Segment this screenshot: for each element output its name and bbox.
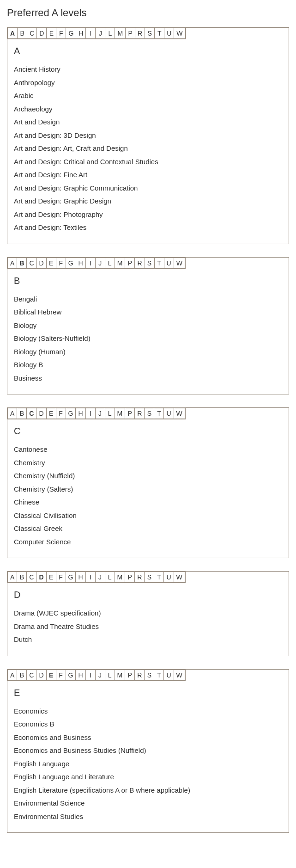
- letter-tab[interactable]: P: [125, 571, 135, 583]
- letter-tab[interactable]: W: [174, 571, 186, 583]
- letter-tab[interactable]: S: [145, 407, 155, 419]
- letter-tab[interactable]: D: [36, 407, 47, 419]
- letter-tab[interactable]: R: [135, 407, 145, 419]
- letter-tab[interactable]: F: [56, 571, 66, 583]
- letter-panel: DDrama (WJEC specification)Drama and The…: [7, 583, 289, 656]
- letter-tab[interactable]: U: [164, 571, 174, 583]
- letter-tab[interactable]: F: [56, 407, 66, 419]
- letter-tab[interactable]: C: [27, 27, 37, 39]
- letter-tab[interactable]: E: [47, 571, 57, 583]
- letter-tab[interactable]: B: [17, 669, 27, 681]
- letter-tab[interactable]: A: [7, 257, 18, 269]
- letter-tab[interactable]: M: [115, 571, 126, 583]
- subject-item: Biology: [14, 319, 282, 332]
- letter-tab[interactable]: U: [164, 27, 175, 39]
- letter-tab[interactable]: D: [37, 257, 47, 269]
- letter-tab[interactable]: L: [105, 407, 115, 419]
- letter-tab[interactable]: E: [47, 27, 57, 39]
- letter-tab[interactable]: D: [37, 27, 47, 39]
- letter-tab[interactable]: J: [96, 257, 106, 269]
- letter-tab[interactable]: I: [86, 669, 96, 681]
- subject-list: EconomicsEconomics BEconomics and Busine…: [14, 705, 282, 824]
- letter-tab[interactable]: S: [145, 27, 155, 39]
- letter-tab[interactable]: M: [115, 669, 126, 681]
- subject-item: Economics and Business Studies (Nuffield…: [14, 744, 282, 757]
- letter-tab[interactable]: G: [66, 257, 77, 269]
- letter-tab[interactable]: I: [86, 407, 96, 419]
- letter-tab[interactable]: J: [96, 669, 106, 681]
- letter-tab[interactable]: W: [174, 407, 186, 419]
- letter-tab[interactable]: H: [76, 407, 86, 419]
- letter-tab[interactable]: A: [7, 571, 18, 583]
- letter-tab[interactable]: B: [17, 407, 27, 419]
- letter-tab[interactable]: L: [105, 669, 115, 681]
- letter-tab[interactable]: P: [125, 669, 135, 681]
- letter-tab[interactable]: T: [154, 407, 164, 419]
- subject-item: Biology (Salters-Nuffield): [14, 332, 282, 345]
- subject-item: Chemistry (Nuffield): [14, 469, 282, 483]
- letter-tab[interactable]: C: [27, 257, 37, 269]
- letter-tab[interactable]: G: [66, 27, 77, 39]
- letter-tab[interactable]: S: [145, 669, 155, 681]
- letter-tab[interactable]: H: [76, 669, 86, 681]
- letter-tab[interactable]: C: [27, 669, 37, 681]
- letter-tab[interactable]: I: [86, 27, 96, 39]
- letter-tab[interactable]: I: [86, 571, 96, 583]
- letter-tab[interactable]: D: [36, 669, 47, 681]
- letter-tab[interactable]: B: [17, 571, 27, 583]
- letter-tab[interactable]: F: [56, 669, 66, 681]
- letter-tab[interactable]: H: [76, 257, 86, 269]
- letter-tab[interactable]: L: [105, 571, 115, 583]
- letter-tab[interactable]: P: [126, 27, 136, 39]
- letter-tab[interactable]: F: [56, 257, 66, 269]
- letter-tab[interactable]: E: [47, 407, 57, 419]
- letter-tab[interactable]: T: [154, 571, 164, 583]
- letter-tab[interactable]: A: [7, 407, 18, 419]
- letter-tab[interactable]: W: [174, 27, 186, 39]
- letter-tab[interactable]: P: [125, 257, 135, 269]
- letter-tab[interactable]: L: [105, 257, 115, 269]
- letter-tab[interactable]: E: [47, 257, 57, 269]
- letter-tab[interactable]: A: [7, 27, 18, 39]
- letter-tab[interactable]: H: [76, 571, 86, 583]
- letter-tab[interactable]: J: [96, 571, 106, 583]
- letter-tab[interactable]: J: [96, 407, 106, 419]
- letter-tab[interactable]: B: [18, 27, 28, 39]
- letter-tab[interactable]: R: [135, 571, 145, 583]
- letter-tab[interactable]: C: [27, 407, 37, 419]
- letter-tab[interactable]: U: [164, 407, 174, 419]
- letter-tab[interactable]: T: [154, 669, 164, 681]
- letter-tab[interactable]: R: [135, 27, 145, 39]
- letter-tab[interactable]: G: [66, 407, 77, 419]
- letter-tab[interactable]: M: [115, 257, 126, 269]
- letter-tab[interactable]: M: [115, 407, 126, 419]
- letter-tab[interactable]: P: [125, 407, 135, 419]
- letter-tab[interactable]: T: [155, 27, 165, 39]
- letter-tab[interactable]: B: [17, 257, 27, 269]
- letter-tab[interactable]: J: [96, 27, 106, 39]
- letter-tab[interactable]: A: [7, 669, 18, 681]
- letter-panel: AAncient HistoryAnthropologyArabicArchae…: [7, 39, 289, 244]
- letter-tab[interactable]: E: [47, 669, 57, 681]
- letter-tab[interactable]: D: [36, 571, 47, 583]
- letter-tab[interactable]: C: [27, 571, 37, 583]
- letter-tab[interactable]: G: [66, 669, 77, 681]
- letter-tab[interactable]: R: [135, 257, 145, 269]
- letter-tab[interactable]: T: [155, 257, 165, 269]
- letter-tab[interactable]: U: [164, 257, 175, 269]
- letter-tab[interactable]: W: [174, 669, 186, 681]
- letter-tab[interactable]: L: [105, 27, 115, 39]
- letter-tab[interactable]: S: [145, 257, 155, 269]
- letter-tab[interactable]: U: [164, 669, 174, 681]
- letter-tab[interactable]: W: [174, 257, 186, 269]
- letter-tab[interactable]: H: [76, 27, 86, 39]
- letter-tab[interactable]: G: [66, 571, 77, 583]
- subject-item: Drama and Theatre Studies: [14, 620, 282, 634]
- letter-tab[interactable]: I: [86, 257, 96, 269]
- letter-tab[interactable]: M: [115, 27, 126, 39]
- letter-tab[interactable]: F: [56, 27, 66, 39]
- letter-tab[interactable]: S: [145, 571, 155, 583]
- letter-tab[interactable]: R: [135, 669, 145, 681]
- subject-item: Art and Design: [14, 116, 282, 129]
- subject-item: English Literature (specifications A or …: [14, 784, 282, 797]
